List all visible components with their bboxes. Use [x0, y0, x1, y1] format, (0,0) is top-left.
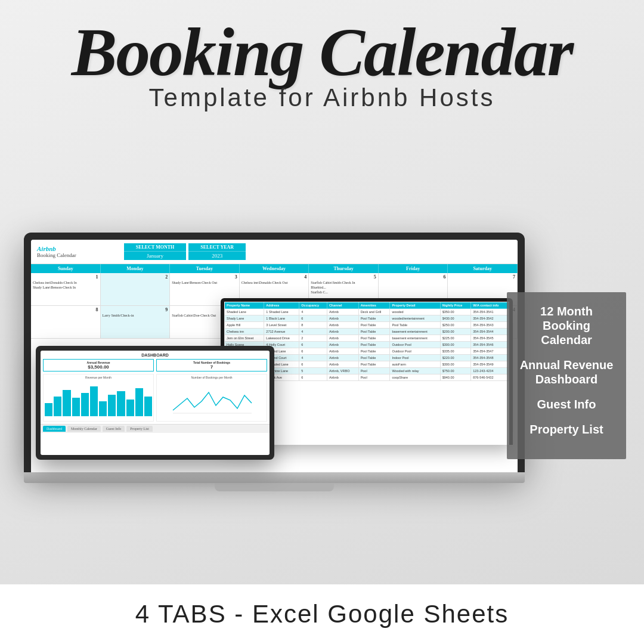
bottom-bar: 4 TABS - Excel Google Sheets: [0, 584, 644, 644]
table-cell: Jem on Elm Street: [225, 335, 264, 342]
airbnb-logo: Airbnb Booking Calendar: [37, 245, 76, 258]
cal-cell-9: 9Larry Smith/Check-in: [101, 306, 171, 339]
table-cell: Airbnb: [327, 322, 358, 329]
feature-text: Property List: [516, 422, 617, 436]
table-cell: 354-354-3543: [471, 322, 509, 329]
tabs-bar: DashboardMonthly CalendarGuest InfoPrope…: [41, 424, 270, 433]
table-cell: $430.00: [440, 315, 471, 322]
table-cell: Airbnb: [327, 355, 358, 361]
cal-entry: Bluebird...: [311, 286, 376, 290]
table-header: Property Name: [225, 302, 264, 309]
table-cell: 6: [299, 348, 327, 355]
table-cell: $940.00: [440, 374, 471, 381]
bar-7: [108, 395, 116, 416]
feature-item-3: Property List: [516, 422, 617, 436]
laptop-base: [24, 472, 525, 483]
table-cell: Pool Table: [390, 322, 440, 329]
table-cell: $200.00: [440, 329, 471, 335]
bar-11: [144, 397, 152, 416]
annual-revenue-value: $3,500.00: [45, 364, 152, 370]
table-cell: Pool Table: [358, 348, 390, 355]
bar-10: [135, 388, 143, 416]
table-cell: basement entertainment: [390, 329, 440, 335]
chart-area: Revenue per Month Number of Bookings per…: [43, 374, 267, 422]
day-name-thursday: Thursday: [309, 264, 379, 273]
cell-number: 3: [172, 274, 237, 280]
cell-number: 1: [33, 274, 98, 280]
line-chart-svg: [157, 380, 267, 416]
table-cell: Pool Table: [358, 355, 390, 361]
table-cell: 8: [299, 322, 327, 329]
bar-0: [45, 403, 52, 416]
cal-entry: Larry Smith/Check-in: [103, 314, 168, 318]
year-selector[interactable]: SELECT YEAR 2023: [188, 243, 246, 260]
total-bookings-box: Total Number of Bookings 7: [156, 359, 267, 371]
total-bookings-value: 7: [158, 364, 265, 370]
day-name-tuesday: Tuesday: [170, 264, 240, 273]
title-area: Booking Calendar Template for Airbnb Hos…: [0, 18, 644, 112]
table-cell: 2: [299, 335, 327, 342]
table-header: Amenities: [358, 302, 390, 309]
table-cell: autoFarm: [390, 361, 440, 368]
table-cell: Pool Table: [358, 315, 390, 322]
cell-number: 4: [242, 274, 307, 280]
bar-9: [126, 400, 134, 416]
tab-property-list[interactable]: Property List: [126, 426, 153, 432]
table-header: Address: [264, 302, 299, 309]
month-year-selectors: SELECT MONTH January SELECT YEAR 2023: [124, 243, 246, 260]
table-cell: $300.00: [440, 361, 471, 368]
bar-chart: Revenue per Month: [43, 374, 154, 422]
bar-6: [99, 401, 107, 416]
table-cell: wooded: [390, 309, 440, 315]
feature-item-2: Guest Info: [516, 397, 617, 411]
calendar-days-header: SundayMondayTuesdayWednesdayThursdayFrid…: [31, 264, 518, 273]
cell-number: 7: [450, 274, 515, 280]
tab-monthly-calendar[interactable]: Monthly Calendar: [67, 426, 101, 432]
table-cell: Airbnb: [327, 348, 358, 355]
table-cell: Pool Table: [358, 335, 390, 342]
month-selector[interactable]: SELECT MONTH January: [124, 243, 187, 260]
table-cell: 3 Level Street: [264, 322, 299, 329]
table-cell: $750.00: [440, 368, 471, 374]
table-cell: 876-546-5432: [471, 374, 509, 381]
table-cell: Airbnb: [327, 361, 358, 368]
table-cell: Airbnb: [327, 335, 358, 342]
day-name-monday: Monday: [101, 264, 171, 273]
cal-entry: Starfish Cabin\Smith-Check In: [311, 281, 376, 286]
table-cell: wooded/entertainment: [390, 315, 440, 322]
cal-entry: Starfish C...: [311, 290, 376, 295]
table-cell: 123-243-4234: [471, 368, 509, 374]
tab-guest-info[interactable]: Guest Info: [103, 426, 125, 432]
table-cell: 1 Black Lane: [264, 315, 299, 322]
table-cell: Airbnb: [327, 329, 358, 335]
table-cell: $335.00: [440, 348, 471, 355]
table-cell: 354-354-3546: [471, 342, 509, 348]
tab-dashboard[interactable]: Dashboard: [43, 426, 66, 432]
table-cell: Airbnb, VRBO: [327, 368, 358, 374]
cal-entry: Chelsea inn\Donalds-Check In: [33, 281, 98, 286]
dashboard-stats: Annual Revenue $3,500.00 Total Number of…: [43, 359, 267, 371]
bar-1: [54, 397, 61, 416]
table-cell: Wooded with relay: [390, 368, 440, 374]
table-cell: Indoor Pool: [390, 355, 440, 361]
feature-text: Guest Info: [516, 397, 617, 411]
cell-number: 6: [380, 274, 446, 280]
table-cell: Shaded Lane: [225, 309, 264, 315]
cal-cell-1: 1Chelsea inn\Donalds-Check InShady Lane\…: [31, 273, 101, 306]
tablet-screen: DASHBOARD Annual Revenue $3,500.00 Total…: [36, 346, 274, 460]
table-cell: coopShare: [390, 374, 440, 381]
table-cell: 354-354-3548: [471, 355, 509, 361]
dashboard-content: DASHBOARD Annual Revenue $3,500.00 Total…: [41, 351, 270, 424]
table-cell: Pool Table: [358, 329, 390, 335]
table-cell: 4: [299, 355, 327, 361]
cell-number: 8: [33, 307, 98, 312]
cell-number: 2: [103, 274, 168, 280]
tablet-inner: DASHBOARD Annual Revenue $3,500.00 Total…: [41, 351, 270, 455]
month-label: SELECT MONTH: [124, 243, 187, 251]
table-cell: 354-354-3542: [471, 315, 509, 322]
table-row: Apple Hill3 Level Street8AirbnbPool Tabl…: [225, 322, 509, 329]
table-header: Channel: [327, 302, 358, 309]
table-cell: $250.00: [440, 322, 471, 329]
table-cell: Outdoor Pool: [390, 348, 440, 355]
cal-entry: Chelsea inn\Donalds-Check Out: [242, 281, 307, 286]
